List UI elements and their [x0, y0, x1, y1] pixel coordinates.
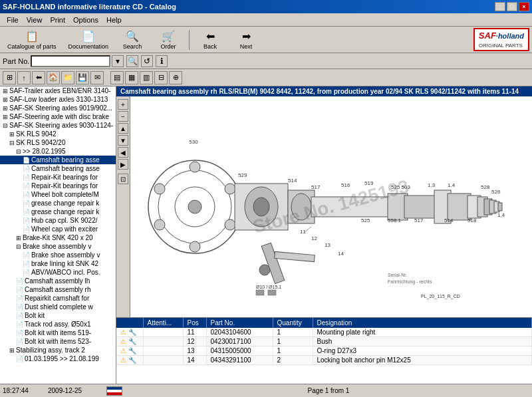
part-search-info[interactable]: ℹ — [156, 55, 168, 67]
part-no-dropdown[interactable]: ▾ — [112, 55, 124, 67]
expand-icon: 📄 — [23, 200, 30, 207]
close-button[interactable]: × — [519, 2, 529, 11]
sec-btn-6[interactable]: 💾 — [76, 71, 89, 84]
part-no-input[interactable] — [31, 55, 110, 67]
menu-options[interactable]: Options — [69, 15, 102, 25]
tree-item[interactable]: ⊞ SAF-Trailer axles EBN/ENR 3140- — [0, 86, 116, 95]
tree-item[interactable]: 📄 ABV/WABCO incl. Pos. — [0, 268, 116, 277]
pan-up-button[interactable]: ▲ — [118, 123, 128, 134]
tree-item[interactable]: 📄 Wheel bolt complete/M — [0, 190, 116, 199]
expand-icon: 📄 — [23, 226, 30, 233]
sec-btn-10[interactable]: ▥ — [140, 71, 153, 84]
tree-item-label: grease change repair k — [31, 208, 99, 215]
tree-item[interactable]: 📄 Track rod assy. Ø50x1 — [0, 320, 116, 329]
row-quantity: 2 — [273, 356, 313, 365]
tree-item[interactable]: 📄 Bolt kit with items 519- — [0, 329, 116, 337]
table-row[interactable]: ⚠ 🔧 14 04343291100 2 Locking bolt anchor… — [116, 356, 532, 365]
tree-item[interactable]: 📄 brake lining kit SNK 42 — [0, 259, 116, 268]
table-row[interactable]: ⚠ 🔧 12 04230017100 1 Bush — [116, 337, 532, 346]
tree-item[interactable]: ⊞ SAF-Steering axle with disc brake — [0, 112, 116, 121]
diagram-svg-area[interactable]: Store No. 1425193 — [130, 96, 532, 317]
tree-item[interactable]: 📄 Camshaft assembly lh — [0, 277, 116, 285]
sec-btn-5[interactable]: 📁 — [61, 71, 74, 84]
tree-item[interactable]: 📄 Dust shield complete w — [0, 303, 116, 311]
zoom-in-button[interactable]: + — [118, 99, 128, 110]
tree-item[interactable]: ⊞ Stabilizing assy. track 2 — [0, 346, 116, 354]
tree-item[interactable]: ⊟ >> 28.02.1995 — [0, 147, 116, 156]
tree-item[interactable]: 📄 Repairkit camshaft for — [0, 294, 116, 303]
part-search-go[interactable]: 🔍 — [126, 55, 138, 67]
menu-print[interactable]: Print — [46, 15, 69, 25]
svg-text:517: 517 — [311, 184, 321, 190]
svg-text:517: 517 — [414, 217, 424, 223]
tree-item-label: Bolt kit with items 519- — [25, 329, 91, 336]
tree-item[interactable]: ⊟ SK RLS 9042/20 — [0, 138, 116, 147]
minimize-button[interactable]: _ — [495, 2, 505, 11]
parts-table-container: Attenti... Pos Part No. Quantity Designa… — [116, 317, 532, 384]
status-bar: 18:27:44 2009-12-25 Page 1 from 1 — [0, 384, 532, 397]
menu-bar: File View Print Options Help — [0, 13, 532, 27]
sec-btn-2[interactable]: ↑ — [17, 71, 31, 84]
svg-point-6 — [190, 241, 200, 252]
sec-btn-7[interactable]: ✉ — [90, 71, 104, 84]
tree-item[interactable]: 📄 Bolt kit — [0, 311, 116, 320]
menu-help[interactable]: Help — [102, 15, 126, 25]
catalogue-button[interactable]: 📋 Catalogue of parts — [3, 28, 61, 52]
tree-item-selected[interactable]: 📄 Camshaft bearing asse — [0, 156, 116, 164]
tree-item[interactable]: ⊞ SAF-Low loader axles 3130-1313 — [0, 95, 116, 104]
tree-item-label: Camshaft assembly lh — [25, 277, 90, 285]
pan-right-button[interactable]: ▶ — [118, 159, 128, 170]
maximize-button[interactable]: □ — [507, 2, 517, 11]
search-button[interactable]: 🔍 Search — [116, 28, 149, 52]
catalogue-icon: 📋 — [25, 30, 39, 43]
svg-text:1.3: 1.3 — [428, 182, 436, 188]
sec-btn-3[interactable]: ⬅ — [32, 71, 45, 84]
app-title: SAF-HOLLAND informative literature CD - … — [3, 3, 176, 11]
table-row[interactable]: ⚠ 🔧 11 02043104600 1 Mounting plate righ… — [116, 328, 532, 337]
back-button[interactable]: ⬅ Back — [194, 28, 227, 52]
tree-item[interactable]: 📄 Repair-Kit bearings for — [0, 182, 116, 190]
sec-btn-12[interactable]: ⊕ — [169, 71, 182, 84]
tree-item[interactable]: ⊟ SAF-SK Steering axles 9030-1124- — [0, 121, 116, 130]
tree-item[interactable]: ⊞ Brake-Kit SNK 420 x 20 — [0, 233, 116, 242]
row-attention — [143, 346, 183, 356]
pan-down-button[interactable]: ▼ — [118, 135, 128, 146]
sec-btn-4[interactable]: 🏠 — [47, 71, 60, 84]
tree-item[interactable]: 📄 Hub cap cpl. SK 9022/ — [0, 216, 116, 225]
menu-view[interactable]: View — [23, 15, 47, 25]
part-search-clear[interactable]: ↺ — [141, 55, 153, 67]
pan-left-button[interactable]: ◀ — [118, 147, 128, 158]
tree-item[interactable]: 📄 Bolt kit with items 523- — [0, 337, 116, 346]
order-label: Order — [161, 43, 176, 50]
order-button[interactable]: 🛒 Order — [152, 28, 185, 52]
tree-item[interactable]: 📄 grease change repair k — [0, 207, 116, 216]
tree-item[interactable]: 📄 Wheel cap with exciter — [0, 225, 116, 233]
next-button[interactable]: ➡ Next — [229, 28, 263, 52]
tree-item[interactable]: 📄 Brake shoe assembly v — [0, 251, 116, 259]
tree-item-label: SAF-Trailer axles EBN/ENR 3140- — [9, 87, 110, 94]
tree-item[interactable]: 📄 Camshaft bearing asse — [0, 164, 116, 173]
row-designation: Mounting plate right — [313, 328, 532, 337]
tree-item[interactable]: ⊟ Brake shoe assembly v — [0, 242, 116, 251]
tree-item[interactable]: 📄 01.03.1995 >> 21.08.199 — [0, 354, 116, 363]
window-controls[interactable]: _ □ × — [495, 2, 529, 11]
menu-file[interactable]: File — [3, 15, 23, 25]
tree-item[interactable]: 📄 grease change repair k — [0, 199, 116, 207]
tree-item[interactable]: ⊞ SAF-SK Steering axles 9019/902... — [0, 104, 116, 112]
tree-item-label: SAF-Low loader axles 3130-1313 — [9, 96, 108, 103]
sec-btn-9[interactable]: ▦ — [125, 71, 138, 84]
documentation-button[interactable]: 📄 Documentation — [64, 28, 114, 52]
fit-button[interactable]: ⊡ — [118, 174, 128, 184]
tree-item-label: Brake shoe assembly v — [31, 251, 100, 259]
sec-btn-1[interactable]: ⊞ — [3, 71, 16, 84]
expand-icon: 📄 — [23, 183, 30, 190]
tree-container[interactable]: ⊞ SAF-Trailer axles EBN/ENR 3140- ⊞ SAF-… — [0, 86, 116, 384]
sec-btn-8[interactable]: ▤ — [110, 71, 124, 84]
sec-btn-11[interactable]: ⊟ — [154, 71, 168, 84]
zoom-out-button[interactable]: − — [118, 111, 128, 122]
tree-item[interactable]: 📄 Repair-Kit bearings for — [0, 173, 116, 182]
tree-item[interactable]: 📄 Camshaft assembly rh — [0, 285, 116, 294]
expand-icon: 📄 — [23, 209, 30, 215]
table-row[interactable]: ⚠ 🔧 13 04315005000 1 O-ring D27x3 — [116, 346, 532, 356]
tree-item[interactable]: ⊞ SK RLS 9042 — [0, 130, 116, 138]
